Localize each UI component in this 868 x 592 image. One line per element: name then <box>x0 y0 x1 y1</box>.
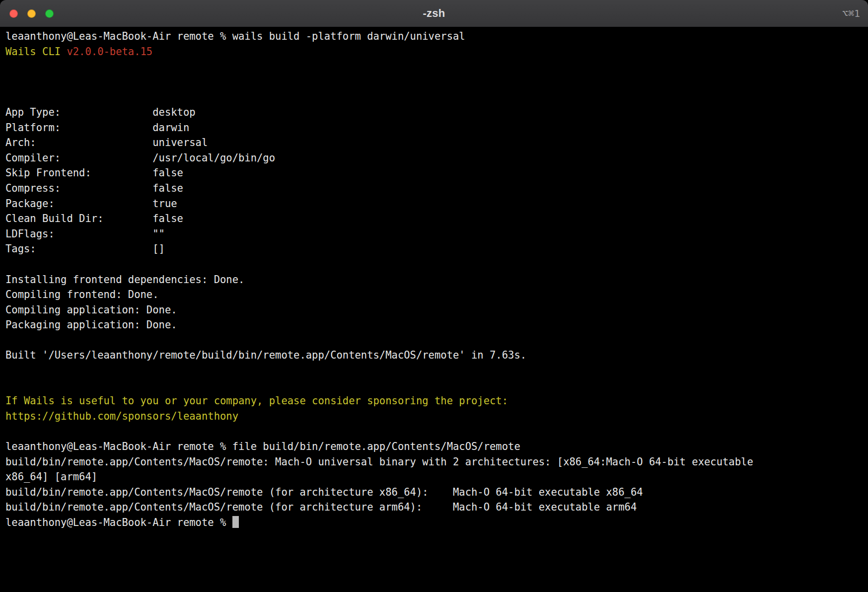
terminal-line: Tags: [] <box>5 241 863 257</box>
terminal-line: https://github.com/sponsors/leaanthony <box>5 409 863 424</box>
terminal-line <box>5 333 863 348</box>
terminal-text: v2.0.0-beta.15 <box>67 46 152 58</box>
terminal-line: leaanthony@Leas-MacBook-Air remote % fil… <box>5 439 863 454</box>
terminal-line <box>5 424 863 439</box>
terminal-text: Compiling application: Done. <box>5 304 177 316</box>
title-bar[interactable]: -zsh ⌥⌘1 <box>0 0 868 27</box>
terminal-text: x86_64] [arm64] <box>5 471 97 483</box>
terminal-line: Wails CLI v2.0.0-beta.15 <box>5 44 863 60</box>
terminal-line: Installing frontend dependencies: Done. <box>5 272 863 288</box>
terminal-line: x86_64] [arm64] <box>5 469 863 485</box>
terminal-text: build/bin/remote.app/Contents/MacOS/remo… <box>5 501 637 513</box>
terminal-text: Compress: false <box>5 182 183 194</box>
window-shortcut-badge: ⌥⌘1 <box>842 0 860 27</box>
terminal-line: LDFlags: "" <box>5 226 863 242</box>
terminal-line: Compiling application: Done. <box>5 302 863 318</box>
terminal-text: App Type: desktop <box>5 106 196 118</box>
terminal-text: If Wails is useful to you or your compan… <box>5 395 508 407</box>
terminal-line: Clean Build Dir: false <box>5 211 863 226</box>
terminal-line: leaanthony@Leas-MacBook-Air remote % wai… <box>5 29 863 44</box>
terminal-text: Compiling frontend: Done. <box>5 289 159 300</box>
terminal-output[interactable]: leaanthony@Leas-MacBook-Air remote % wai… <box>0 27 868 592</box>
terminal-text: Skip Frontend: false <box>5 167 183 179</box>
terminal-text: Tags: [] <box>5 243 165 255</box>
terminal-text: build/bin/remote.app/Contents/MacOS/remo… <box>5 456 753 468</box>
terminal-text: Packaging application: Done. <box>5 319 177 331</box>
terminal-text: build/bin/remote.app/Contents/MacOS/remo… <box>5 486 643 498</box>
close-button[interactable] <box>9 9 18 18</box>
terminal-text: leaanthony@Leas-MacBook-Air remote % fil… <box>5 441 520 452</box>
terminal-text: Clean Build Dir: false <box>5 213 183 224</box>
terminal-line: Compiling frontend: Done. <box>5 287 863 302</box>
terminal-line: Compress: false <box>5 181 863 196</box>
terminal-text: Package: true <box>5 198 177 210</box>
terminal-line <box>5 378 863 394</box>
terminal-line: Compiler: /usr/local/go/bin/go <box>5 150 863 166</box>
terminal-line: Skip Frontend: false <box>5 165 863 181</box>
terminal-line: If Wails is useful to you or your compan… <box>5 393 863 409</box>
terminal-line: build/bin/remote.app/Contents/MacOS/remo… <box>5 500 863 515</box>
terminal-text: leaanthony@Leas-MacBook-Air remote % <box>5 517 232 528</box>
terminal-line <box>5 74 863 90</box>
terminal-text: LDFlags: "" <box>5 228 165 240</box>
traffic-lights <box>9 0 54 27</box>
terminal-line: Built '/Users/leaanthony/remote/build/bi… <box>5 348 863 363</box>
terminal-line <box>5 257 863 272</box>
terminal-text: Arch: universal <box>5 137 208 148</box>
zoom-button[interactable] <box>45 9 54 18</box>
terminal-text: leaanthony@Leas-MacBook-Air remote % wai… <box>5 30 465 42</box>
terminal-line <box>5 363 863 378</box>
terminal-text: Platform: darwin <box>5 122 189 134</box>
terminal-cursor <box>232 516 239 528</box>
terminal-line: Arch: universal <box>5 135 863 150</box>
terminal-line: build/bin/remote.app/Contents/MacOS/remo… <box>5 454 863 470</box>
minimize-button[interactable] <box>27 9 36 18</box>
terminal-line: Package: true <box>5 196 863 212</box>
terminal-line: App Type: desktop <box>5 105 863 120</box>
terminal-text: Wails CLI <box>5 46 67 58</box>
terminal-line <box>5 59 863 74</box>
terminal-line <box>5 89 863 105</box>
terminal-text: Built '/Users/leaanthony/remote/build/bi… <box>5 349 526 361</box>
terminal-text: https://github.com/sponsors/leaanthony <box>5 410 238 422</box>
terminal-line: build/bin/remote.app/Contents/MacOS/remo… <box>5 485 863 500</box>
terminal-text: Compiler: /usr/local/go/bin/go <box>5 152 275 164</box>
window-title: -zsh <box>423 7 445 20</box>
terminal-text: Installing frontend dependencies: Done. <box>5 274 244 286</box>
terminal-window: -zsh ⌥⌘1 leaanthony@Leas-MacBook-Air rem… <box>0 0 868 592</box>
terminal-line: Packaging application: Done. <box>5 317 863 333</box>
terminal-line: Platform: darwin <box>5 120 863 136</box>
terminal-line: leaanthony@Leas-MacBook-Air remote % <box>5 515 863 530</box>
